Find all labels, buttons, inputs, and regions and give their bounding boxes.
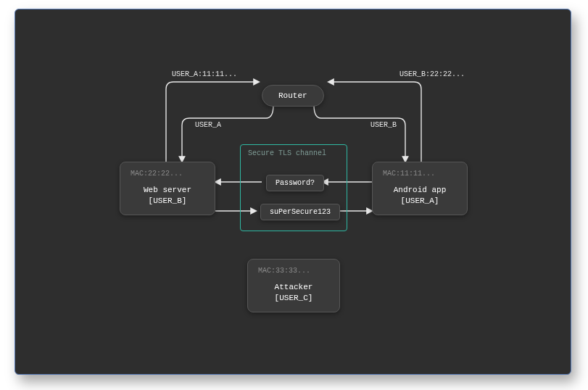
diagram-frame: Router Secure TLS channel MAC:22:22... W… [15,9,571,375]
router-node: Router [262,85,324,107]
android-app-title: Android app [383,185,457,196]
attacker-user: [USER_C] [258,293,329,304]
router-label: Router [278,91,307,100]
message-password: Password? [266,175,324,191]
edge-label-top-right: USER_B:22:22... [399,70,465,78]
android-app-mac: MAC:11:11... [383,170,457,178]
web-server-title: Web server [131,185,204,196]
edge-label-mid-right: USER_B [370,121,397,129]
android-app-user: [USER_A] [383,196,457,207]
android-app-node: MAC:11:11... Android app [USER_A] [372,162,468,215]
message-password-text: Password? [276,179,315,187]
tls-channel-label: Secure TLS channel [248,149,326,157]
web-server-node: MAC:22:22... Web server [USER_B] [120,162,215,215]
web-server-mac: MAC:22:22... [131,170,204,178]
web-server-user: [USER_B] [131,196,204,207]
message-response-text: suPerSecure123 [270,208,331,216]
attacker-mac: MAC:33:33... [258,267,329,275]
message-response: suPerSecure123 [260,204,340,220]
edge-label-top-left: USER_A:11:11... [172,70,237,78]
attacker-title: Attacker [258,282,329,293]
attacker-node: MAC:33:33... Attacker [USER_C] [247,259,340,312]
edge-label-mid-left: USER_A [195,121,221,129]
